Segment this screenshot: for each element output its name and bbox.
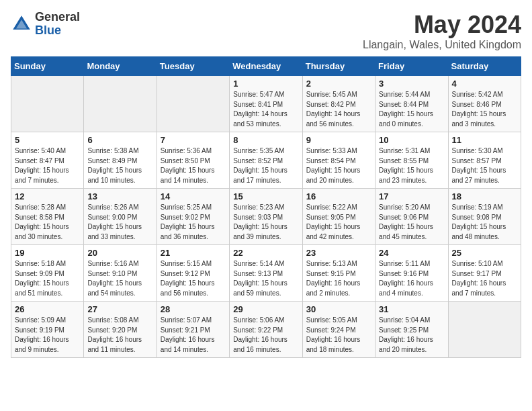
day-info: Sunrise: 5:13 AMSunset: 9:15 PMDaylight:… bbox=[306, 259, 371, 298]
day-number: 14 bbox=[161, 191, 226, 201]
calendar-cell: 8Sunrise: 5:35 AMSunset: 8:52 PMDaylight… bbox=[230, 132, 302, 189]
day-number: 13 bbox=[87, 191, 152, 201]
weekday-header-friday: Friday bbox=[375, 57, 448, 76]
calendar-cell: 26Sunrise: 5:09 AMSunset: 9:19 PMDayligh… bbox=[11, 302, 84, 358]
day-info: Sunrise: 5:47 AMSunset: 8:41 PMDaylight:… bbox=[233, 90, 298, 129]
calendar-cell: 22Sunrise: 5:14 AMSunset: 9:13 PMDayligh… bbox=[230, 245, 302, 302]
calendar-cell: 14Sunrise: 5:25 AMSunset: 9:02 PMDayligh… bbox=[157, 189, 229, 245]
day-info: Sunrise: 5:09 AMSunset: 9:19 PMDaylight:… bbox=[15, 316, 80, 355]
day-number: 25 bbox=[452, 248, 517, 258]
day-info: Sunrise: 5:05 AMSunset: 9:24 PMDaylight:… bbox=[306, 316, 371, 355]
day-info: Sunrise: 5:07 AMSunset: 9:21 PMDaylight:… bbox=[161, 316, 226, 355]
day-info: Sunrise: 5:36 AMSunset: 8:50 PMDaylight:… bbox=[161, 146, 226, 185]
calendar-cell: 30Sunrise: 5:05 AMSunset: 9:24 PMDayligh… bbox=[302, 302, 375, 358]
calendar-cell: 12Sunrise: 5:28 AMSunset: 8:58 PMDayligh… bbox=[11, 189, 84, 245]
day-number: 27 bbox=[87, 304, 152, 314]
day-info: Sunrise: 5:30 AMSunset: 8:57 PMDaylight:… bbox=[452, 146, 517, 185]
location-title: Llangain, Wales, United Kingdom bbox=[363, 39, 521, 51]
day-number: 28 bbox=[161, 304, 226, 314]
day-number: 16 bbox=[306, 191, 371, 201]
day-info: Sunrise: 5:18 AMSunset: 9:09 PMDaylight:… bbox=[15, 259, 80, 298]
weekday-header-monday: Monday bbox=[84, 57, 157, 76]
day-number: 2 bbox=[306, 79, 371, 89]
calendar-cell: 20Sunrise: 5:16 AMSunset: 9:10 PMDayligh… bbox=[84, 245, 157, 302]
day-info: Sunrise: 5:25 AMSunset: 9:02 PMDaylight:… bbox=[161, 203, 226, 242]
calendar-cell: 15Sunrise: 5:23 AMSunset: 9:03 PMDayligh… bbox=[230, 189, 302, 245]
day-number: 18 bbox=[452, 191, 517, 201]
day-info: Sunrise: 5:11 AMSunset: 9:16 PMDaylight:… bbox=[379, 259, 444, 298]
weekday-header-row: SundayMondayTuesdayWednesdayThursdayFrid… bbox=[11, 57, 521, 76]
day-number: 5 bbox=[15, 135, 80, 145]
day-info: Sunrise: 5:35 AMSunset: 8:52 PMDaylight:… bbox=[233, 146, 298, 185]
day-info: Sunrise: 5:14 AMSunset: 9:13 PMDaylight:… bbox=[233, 259, 298, 298]
logo-blue: Blue bbox=[35, 24, 61, 37]
calendar-cell: 4Sunrise: 5:42 AMSunset: 8:46 PMDaylight… bbox=[448, 76, 521, 132]
day-number: 1 bbox=[233, 79, 298, 89]
weekday-header-thursday: Thursday bbox=[302, 57, 375, 76]
day-info: Sunrise: 5:15 AMSunset: 9:12 PMDaylight:… bbox=[161, 259, 226, 298]
day-number: 12 bbox=[15, 191, 80, 201]
calendar-cell: 31Sunrise: 5:04 AMSunset: 9:25 PMDayligh… bbox=[375, 302, 448, 358]
day-number: 19 bbox=[15, 248, 80, 258]
logo-icon bbox=[11, 13, 32, 35]
calendar-cell: 2Sunrise: 5:45 AMSunset: 8:42 PMDaylight… bbox=[302, 76, 375, 132]
day-info: Sunrise: 5:22 AMSunset: 9:05 PMDaylight:… bbox=[306, 203, 371, 242]
day-info: Sunrise: 5:23 AMSunset: 9:03 PMDaylight:… bbox=[233, 203, 298, 242]
day-info: Sunrise: 5:04 AMSunset: 9:25 PMDaylight:… bbox=[379, 316, 444, 355]
month-title: May 2024 bbox=[363, 11, 521, 39]
day-info: Sunrise: 5:20 AMSunset: 9:06 PMDaylight:… bbox=[379, 203, 444, 242]
day-number: 22 bbox=[233, 248, 298, 258]
day-number: 30 bbox=[306, 304, 371, 314]
weekday-header-saturday: Saturday bbox=[448, 57, 521, 76]
day-number: 26 bbox=[15, 304, 80, 314]
day-info: Sunrise: 5:28 AMSunset: 8:58 PMDaylight:… bbox=[15, 203, 80, 242]
calendar-cell: 24Sunrise: 5:11 AMSunset: 9:16 PMDayligh… bbox=[375, 245, 448, 302]
calendar-cell bbox=[448, 302, 521, 358]
calendar-cell: 21Sunrise: 5:15 AMSunset: 9:12 PMDayligh… bbox=[157, 245, 229, 302]
logo: General Blue bbox=[11, 11, 80, 38]
day-number: 15 bbox=[233, 191, 298, 201]
calendar-cell: 17Sunrise: 5:20 AMSunset: 9:06 PMDayligh… bbox=[375, 189, 448, 245]
day-info: Sunrise: 5:42 AMSunset: 8:46 PMDaylight:… bbox=[452, 90, 517, 129]
day-number: 17 bbox=[379, 191, 444, 201]
calendar-cell: 11Sunrise: 5:30 AMSunset: 8:57 PMDayligh… bbox=[448, 132, 521, 189]
day-number: 23 bbox=[306, 248, 371, 258]
calendar-week-2: 5Sunrise: 5:40 AMSunset: 8:47 PMDaylight… bbox=[11, 132, 521, 189]
calendar-cell bbox=[11, 76, 84, 132]
calendar-cell bbox=[84, 76, 157, 132]
day-info: Sunrise: 5:08 AMSunset: 9:20 PMDaylight:… bbox=[87, 316, 152, 355]
calendar-cell: 1Sunrise: 5:47 AMSunset: 8:41 PMDaylight… bbox=[230, 76, 302, 132]
day-number: 3 bbox=[379, 79, 444, 89]
day-info: Sunrise: 5:19 AMSunset: 9:08 PMDaylight:… bbox=[452, 203, 517, 242]
calendar-cell: 9Sunrise: 5:33 AMSunset: 8:54 PMDaylight… bbox=[302, 132, 375, 189]
calendar-cell: 3Sunrise: 5:44 AMSunset: 8:44 PMDaylight… bbox=[375, 76, 448, 132]
calendar-cell: 5Sunrise: 5:40 AMSunset: 8:47 PMDaylight… bbox=[11, 132, 84, 189]
day-number: 21 bbox=[161, 248, 226, 258]
day-info: Sunrise: 5:26 AMSunset: 9:00 PMDaylight:… bbox=[87, 203, 152, 242]
day-info: Sunrise: 5:06 AMSunset: 9:22 PMDaylight:… bbox=[233, 316, 298, 355]
calendar-week-3: 12Sunrise: 5:28 AMSunset: 8:58 PMDayligh… bbox=[11, 189, 521, 245]
calendar-cell: 7Sunrise: 5:36 AMSunset: 8:50 PMDaylight… bbox=[157, 132, 229, 189]
day-number: 10 bbox=[379, 135, 444, 145]
calendar-cell: 18Sunrise: 5:19 AMSunset: 9:08 PMDayligh… bbox=[448, 189, 521, 245]
day-number: 9 bbox=[306, 135, 371, 145]
page-header: General Blue May 2024 Llangain, Wales, U… bbox=[11, 11, 521, 51]
calendar-cell: 29Sunrise: 5:06 AMSunset: 9:22 PMDayligh… bbox=[230, 302, 302, 358]
day-info: Sunrise: 5:16 AMSunset: 9:10 PMDaylight:… bbox=[87, 259, 152, 298]
calendar-cell: 19Sunrise: 5:18 AMSunset: 9:09 PMDayligh… bbox=[11, 245, 84, 302]
calendar-cell: 25Sunrise: 5:10 AMSunset: 9:17 PMDayligh… bbox=[448, 245, 521, 302]
calendar-cell: 13Sunrise: 5:26 AMSunset: 9:00 PMDayligh… bbox=[84, 189, 157, 245]
calendar-week-4: 19Sunrise: 5:18 AMSunset: 9:09 PMDayligh… bbox=[11, 245, 521, 302]
day-number: 8 bbox=[233, 135, 298, 145]
calendar-cell bbox=[157, 76, 229, 132]
calendar-cell: 27Sunrise: 5:08 AMSunset: 9:20 PMDayligh… bbox=[84, 302, 157, 358]
logo-text: General Blue bbox=[35, 11, 80, 38]
weekday-header-sunday: Sunday bbox=[11, 57, 84, 76]
day-number: 4 bbox=[452, 79, 517, 89]
day-info: Sunrise: 5:33 AMSunset: 8:54 PMDaylight:… bbox=[306, 146, 371, 185]
day-info: Sunrise: 5:45 AMSunset: 8:42 PMDaylight:… bbox=[306, 90, 371, 129]
calendar-cell: 28Sunrise: 5:07 AMSunset: 9:21 PMDayligh… bbox=[157, 302, 229, 358]
weekday-header-tuesday: Tuesday bbox=[157, 57, 229, 76]
day-number: 29 bbox=[233, 304, 298, 314]
day-number: 20 bbox=[87, 248, 152, 258]
